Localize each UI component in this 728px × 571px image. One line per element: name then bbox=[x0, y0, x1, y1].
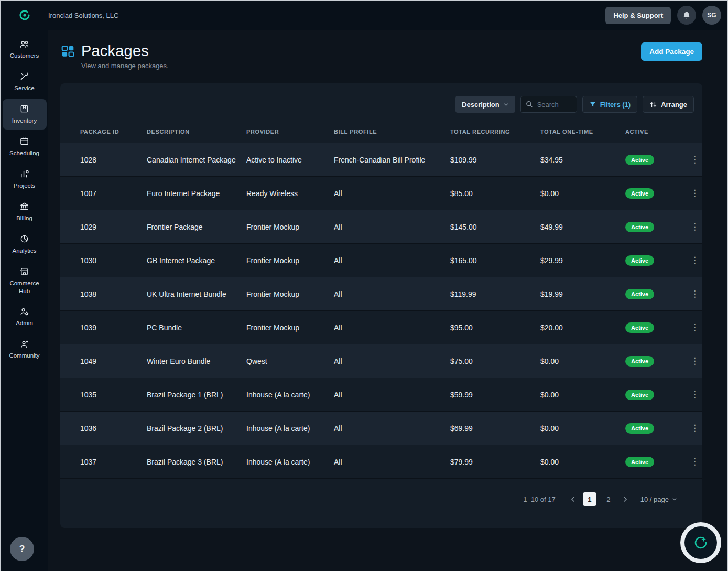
pagination-page-1[interactable]: 1 bbox=[583, 492, 596, 506]
table-row[interactable]: 1049 Winter Euro Bundle Qwest All $75.00… bbox=[60, 344, 702, 378]
status-badge: Active bbox=[625, 188, 654, 199]
table-row[interactable]: 1029 Frontier Package Frontier Mockup Al… bbox=[60, 210, 702, 244]
cell-actions: ⋮ bbox=[687, 188, 702, 199]
table-row[interactable]: 1030 GB Internet Package Frontier Mockup… bbox=[60, 244, 702, 277]
row-actions-kebab-icon[interactable]: ⋮ bbox=[687, 220, 702, 234]
table-row[interactable]: 1007 Euro Internet Package Ready Wireles… bbox=[60, 177, 702, 210]
cell-total-one-time: $29.99 bbox=[540, 256, 625, 265]
col-header-total-recurring[interactable]: TOTAL RECURRING bbox=[450, 128, 540, 135]
sidebar-item-projects[interactable]: Projects bbox=[3, 164, 47, 195]
row-actions-kebab-icon[interactable]: ⋮ bbox=[687, 387, 702, 402]
sidebar-item-label: Community bbox=[9, 352, 39, 360]
notifications-button[interactable] bbox=[677, 6, 696, 25]
cell-bill-profile: All bbox=[334, 391, 450, 399]
app-logo-icon[interactable] bbox=[1, 8, 48, 22]
col-header-description[interactable]: DESCRIPTION bbox=[147, 128, 246, 135]
topbar: Ironclad Solutions, LLC Help & Support S… bbox=[1, 1, 727, 30]
cell-actions: ⋮ bbox=[687, 288, 702, 299]
cell-total-one-time: $0.00 bbox=[540, 391, 625, 399]
sidebar-item-label: Commerce Hub bbox=[4, 279, 46, 295]
col-header-package-id[interactable]: PACKAGE ID bbox=[60, 128, 147, 135]
ai-assistant-button[interactable] bbox=[684, 526, 717, 559]
row-actions-kebab-icon[interactable]: ⋮ bbox=[687, 421, 702, 435]
cell-bill-profile: All bbox=[334, 223, 450, 231]
cell-total-recurring: $95.00 bbox=[450, 324, 540, 332]
cell-description: UK Ultra Internet Bundle bbox=[147, 290, 246, 298]
cell-provider: Active to Inactive bbox=[246, 156, 334, 164]
cell-package-id: 1037 bbox=[60, 458, 147, 466]
sidebar-item-commerce-hub[interactable]: Commerce Hub bbox=[3, 262, 47, 300]
cell-description: PC Bundle bbox=[147, 324, 246, 332]
cell-actions: ⋮ bbox=[687, 221, 702, 232]
table-toolbar: Description bbox=[60, 83, 702, 118]
sparkle-icon bbox=[693, 535, 709, 551]
sidebar-item-inventory[interactable]: Inventory bbox=[3, 99, 47, 130]
table-row[interactable]: 1037 Brazil Package 3 (BRL) Inhouse (A l… bbox=[60, 445, 702, 479]
cell-total-recurring: $165.00 bbox=[450, 256, 540, 265]
sidebar-item-analytics[interactable]: Analytics bbox=[3, 229, 47, 260]
sidebar-item-label: Admin bbox=[16, 319, 33, 327]
cell-total-one-time: $0.00 bbox=[540, 424, 625, 433]
cell-package-id: 1030 bbox=[60, 256, 147, 265]
col-header-bill-profile[interactable]: BILL PROFILE bbox=[334, 128, 450, 135]
chevron-down-icon bbox=[672, 497, 677, 502]
table-row[interactable]: 1028 Canadian Internet Package Active to… bbox=[60, 143, 702, 177]
table-row[interactable]: 1036 Brazil Package 2 (BRL) Inhouse (A l… bbox=[60, 412, 702, 445]
row-actions-kebab-icon[interactable]: ⋮ bbox=[687, 354, 702, 368]
filters-button[interactable]: Filters (1) bbox=[582, 96, 638, 113]
search-input[interactable] bbox=[537, 101, 574, 109]
row-actions-kebab-icon[interactable]: ⋮ bbox=[687, 455, 702, 469]
company-name: Ironclad Solutions, LLC bbox=[48, 12, 118, 19]
page-size-select[interactable]: 10 / page bbox=[640, 495, 677, 503]
row-actions-kebab-icon[interactable]: ⋮ bbox=[687, 153, 702, 167]
cell-provider: Inhouse (A la carte) bbox=[246, 458, 334, 466]
row-actions-kebab-icon[interactable]: ⋮ bbox=[687, 253, 702, 267]
sidebar-item-admin[interactable]: Admin bbox=[3, 301, 47, 332]
col-header-provider[interactable]: PROVIDER bbox=[246, 128, 334, 135]
cell-provider: Frontier Mockup bbox=[246, 223, 334, 231]
add-package-button[interactable]: Add Package bbox=[641, 42, 702, 61]
pagination-page-2[interactable]: 2 bbox=[602, 492, 615, 506]
cell-active: Active bbox=[625, 289, 687, 299]
status-badge: Active bbox=[625, 322, 654, 333]
user-avatar[interactable]: SG bbox=[702, 6, 721, 25]
row-actions-kebab-icon[interactable]: ⋮ bbox=[687, 186, 702, 200]
sidebar-item-label: Customers bbox=[10, 52, 39, 60]
cell-actions: ⋮ bbox=[687, 154, 702, 165]
col-header-active[interactable]: ACTIVE bbox=[625, 128, 687, 135]
col-header-total-one-time[interactable]: TOTAL ONE-TIME bbox=[540, 128, 625, 135]
sidebar-item-label: Analytics bbox=[12, 247, 36, 255]
table-row[interactable]: 1038 UK Ultra Internet Bundle Frontier M… bbox=[60, 277, 702, 311]
cell-description: Frontier Package bbox=[147, 223, 246, 231]
status-badge: Active bbox=[625, 390, 654, 400]
help-support-button[interactable]: Help & Support bbox=[605, 7, 671, 24]
table-body: 1028 Canadian Internet Package Active to… bbox=[60, 143, 702, 479]
table-header-row: PACKAGE ID DESCRIPTION PROVIDER BILL PRO… bbox=[60, 118, 702, 143]
help-fab-button[interactable]: ? bbox=[10, 537, 34, 561]
sidebar-item-scheduling[interactable]: Scheduling bbox=[3, 132, 47, 162]
pagination-prev-icon[interactable] bbox=[568, 494, 578, 504]
cell-total-recurring: $75.00 bbox=[450, 357, 540, 365]
cell-description: Winter Euro Bundle bbox=[147, 357, 246, 365]
search-box[interactable] bbox=[520, 96, 577, 113]
sidebar-item-service[interactable]: Service bbox=[3, 67, 47, 97]
bell-icon bbox=[682, 10, 691, 20]
cell-actions: ⋮ bbox=[687, 423, 702, 434]
page-subtitle: View and manage packages. bbox=[81, 62, 169, 70]
sidebar-item-customers[interactable]: Customers bbox=[3, 34, 47, 64]
cell-package-id: 1038 bbox=[60, 290, 147, 298]
row-actions-kebab-icon[interactable]: ⋮ bbox=[687, 287, 702, 301]
row-actions-kebab-icon[interactable]: ⋮ bbox=[687, 320, 702, 335]
sidebar-item-community[interactable]: Community bbox=[3, 334, 47, 364]
sidebar-item-label: Scheduling bbox=[9, 149, 39, 157]
arrange-button[interactable]: Arrange bbox=[643, 96, 694, 113]
column-selector[interactable]: Description bbox=[455, 96, 515, 113]
cell-description: Brazil Package 1 (BRL) bbox=[147, 391, 246, 399]
status-badge: Active bbox=[625, 457, 654, 467]
table-row[interactable]: 1039 PC Bundle Frontier Mockup All $95.0… bbox=[60, 311, 702, 344]
sidebar: CustomersServiceInventorySchedulingProje… bbox=[1, 30, 48, 571]
table-row[interactable]: 1035 Brazil Package 1 (BRL) Inhouse (A l… bbox=[60, 378, 702, 412]
sidebar-item-billing[interactable]: Billing bbox=[3, 197, 47, 227]
cell-actions: ⋮ bbox=[687, 389, 702, 400]
pagination-next-icon[interactable] bbox=[621, 494, 630, 504]
